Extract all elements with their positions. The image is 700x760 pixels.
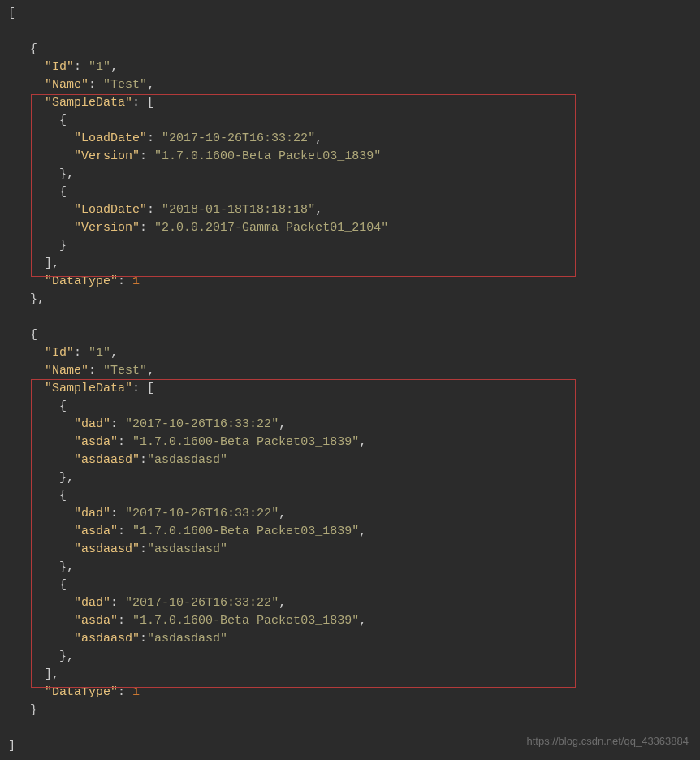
code-line: "SampleData": [: [8, 380, 700, 398]
code-line: }: [8, 702, 700, 719]
code-line: {: [8, 487, 700, 505]
code-line: }: [8, 237, 700, 255]
code-line: "asdaasd":"asdasdasd": [8, 451, 700, 469]
code-line: "dad": "2017-10-26T16:33:22",: [8, 594, 700, 612]
code-line: },: [8, 291, 700, 309]
code-line: "DataType": 1: [8, 273, 700, 291]
code-line: {: [8, 41, 700, 58]
code-line: "dad": "2017-10-26T16:33:22",: [8, 416, 700, 434]
code-line: ],: [8, 255, 700, 273]
code-line: },: [8, 648, 700, 666]
code-line: [8, 23, 700, 41]
code-line: {: [8, 112, 700, 130]
code-line: "LoadDate": "2018-01-18T18:18:18",: [8, 201, 700, 219]
code-line: "asdaasd":"asdasdasd": [8, 541, 700, 559]
code-line: "Version": "2.0.0.2017-Gamma Packet01_21…: [8, 219, 700, 237]
code-line: [: [8, 5, 700, 23]
code-line: "dad": "2017-10-26T16:33:22",: [8, 505, 700, 523]
code-line: },: [8, 559, 700, 576]
code-line: {: [8, 576, 700, 594]
code-line: "asdaasd":"asdasdasd": [8, 630, 700, 648]
code-line: "asda": "1.7.0.1600-Beta Packet03_1839",: [8, 523, 700, 541]
code-line: "Id": "1",: [8, 58, 700, 76]
watermark: https://blog.csdn.net/qq_43363884: [527, 732, 689, 750]
code-line: "LoadDate": "2017-10-26T16:33:22",: [8, 130, 700, 148]
code-line: "SampleData": [: [8, 94, 700, 112]
code-line: "DataType": 1: [8, 684, 700, 702]
code-line: [8, 309, 700, 326]
code-line: },: [8, 469, 700, 487]
code-line: "Name": "Test",: [8, 76, 700, 94]
code-line: "asda": "1.7.0.1600-Beta Packet03_1839",: [8, 434, 700, 451]
code-line: "asda": "1.7.0.1600-Beta Packet03_1839",: [8, 612, 700, 630]
code-line: {: [8, 184, 700, 201]
code-line: ],: [8, 666, 700, 684]
code-line: "Id": "1",: [8, 344, 700, 362]
code-line: },: [8, 166, 700, 184]
code-line: "Version": "1.7.0.1600-Beta Packet03_183…: [8, 148, 700, 166]
code-line: {: [8, 398, 700, 416]
code-editor[interactable]: [ { "Id": "1", "Name": "Test", "SampleDa…: [0, 0, 700, 755]
code-line: "Name": "Test",: [8, 362, 700, 380]
code-line: {: [8, 326, 700, 344]
